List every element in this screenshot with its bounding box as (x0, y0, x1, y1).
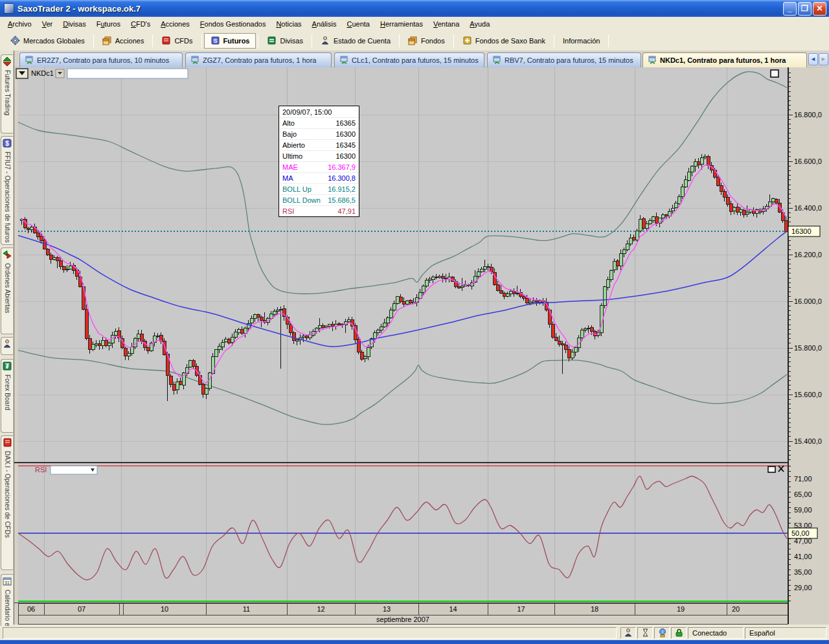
tab-rbv7[interactable]: RBV7, Contrato para futuros, 15 minutos (487, 52, 641, 67)
minimize-button[interactable]: _ (783, 2, 797, 16)
tooltip-datetime: 20/09/07, 15:00 (279, 106, 359, 117)
tooltip-row: Alto16365 (279, 117, 359, 128)
tab-nkdc1[interactable]: NKDc1, Contrato para futuros, 1 hora (642, 52, 807, 67)
toolbar-cfds[interactable]: CFDs (155, 33, 199, 49)
window-orange-icon (102, 36, 112, 47)
sidebar-tab-calendario-econo[interactable]: 31Calendario econó (1, 574, 14, 634)
app-icon (4, 3, 14, 14)
tooltip-value: 16345 (335, 141, 356, 149)
window-border (0, 640, 829, 644)
toolbar-label: Información (563, 37, 600, 45)
menu-noticias[interactable]: Noticias (271, 18, 306, 30)
toolbar-label: Estado de Cuenta (334, 37, 391, 45)
network-status[interactable] (654, 627, 670, 639)
toolbar-label: Divisas (280, 37, 302, 45)
network-icon (657, 628, 667, 639)
sidebar-tab-forex-board[interactable]: ₮Forex Board (1, 359, 14, 433)
toolbar-mercados-globales[interactable]: Mercados Globales (4, 33, 91, 49)
hourglass-icon (641, 628, 650, 639)
left-sidebar: Futures Trading$FFIU7 - Operaciones de f… (0, 51, 14, 625)
tooltip-value: 47,91 (337, 207, 356, 215)
svg-text:07: 07 (78, 605, 85, 613)
toolbar-divisas[interactable]: Divisas (260, 33, 309, 49)
restore-button[interactable]: ❐ (798, 2, 812, 16)
connection-status: Conectado (688, 627, 744, 639)
menu-futuros[interactable]: Futuros (91, 18, 126, 30)
tooltip-row: BOLL Up16.915,2 (279, 183, 359, 194)
menu-fondos-gestionados[interactable]: Fondos Gestionados (195, 18, 271, 30)
svg-text:20: 20 (732, 605, 740, 613)
main-toolbar: Mercados GlobalesAccionesCFDsSFuturosDiv… (0, 31, 829, 51)
tooltip-value: 16.300,8 (328, 174, 356, 182)
menu-divisas[interactable]: Divisas (58, 18, 91, 30)
menu-cuenta[interactable]: Cuenta (341, 18, 374, 30)
tooltip-label: BOLL Down (282, 196, 321, 204)
hourglass-status[interactable] (637, 627, 653, 639)
tooltip-value: 16365 (335, 119, 356, 127)
plus-gold-icon (462, 36, 472, 47)
tooltip-row: Bajo16300 (279, 128, 359, 139)
tab-scroll-right[interactable]: ► (819, 53, 828, 65)
toolbar-separator (312, 34, 312, 47)
status-main (3, 627, 617, 639)
menu-ayuda[interactable]: Ayuda (464, 18, 495, 30)
window-orange-icon (408, 36, 418, 47)
svg-text:59,00: 59,00 (794, 506, 812, 514)
tab-er2z7[interactable]: ER2Z7, Contrato para futuros, 10 minutos (19, 52, 183, 67)
triangles-icon (2, 56, 12, 68)
sidebar-tab-label: DAX.I - Operaciones de CFDs (4, 451, 11, 569)
sidebar-tab-icon[interactable] (1, 337, 14, 355)
lock-status[interactable] (671, 627, 687, 639)
menu-ver[interactable]: Ver (37, 18, 58, 30)
toolbar-label: Futuros (223, 37, 250, 45)
tooltip-value: 15.686,5 (328, 196, 356, 204)
tooltip-value: 16.915,2 (328, 185, 356, 193)
toolbar-acciones[interactable]: Acciones (96, 33, 151, 49)
svg-text:15.400,0: 15.400,0 (794, 437, 822, 445)
tab-scroll-left[interactable]: ◄ (808, 53, 818, 65)
menu-acciones[interactable]: Acciones (155, 18, 195, 30)
language-status: Español (745, 627, 826, 639)
menu-archivo[interactable]: Archivo (3, 18, 37, 30)
chart-window-icon (25, 56, 34, 65)
sidebar-tab-dax-i-operaciones-de-cfds[interactable]: DAX.I - Operaciones de CFDs (1, 435, 14, 570)
svg-text:35,00: 35,00 (794, 568, 812, 576)
toolbar-label: Fondos de Saxo Bank (475, 37, 545, 45)
menu-cfd-s[interactable]: CFD's (126, 18, 155, 30)
tab-zgz7[interactable]: ZGZ7, Contrato para futuros, 1 hora (185, 52, 332, 67)
toolbar-estado-de-cuenta[interactable]: Estado de Cuenta (314, 33, 397, 49)
toolbar-fondos[interactable]: Fondos (402, 33, 451, 49)
chart-window-icon (493, 56, 501, 65)
svg-text:15.600,0: 15.600,0 (794, 391, 822, 398)
tooltip-row: MA16.300,8 (279, 172, 359, 183)
svg-text:29,00: 29,00 (794, 584, 812, 592)
toolbar-fondos-de-saxo-bank[interactable]: Fondos de Saxo Bank (456, 33, 552, 49)
tab-clc1[interactable]: CLc1, Contrato para futuros, 15 minutos (334, 52, 484, 67)
menu-ventana[interactable]: Ventana (428, 18, 464, 30)
toolbar-futuros[interactable]: SFuturos (204, 33, 256, 49)
svg-text:16300: 16300 (791, 227, 812, 235)
lock-icon (674, 628, 684, 639)
toolbar-separator (93, 34, 94, 47)
sidebar-tab-label: FFIU7 - Operaciones de futuros (4, 152, 11, 244)
toolbar-separator (201, 34, 202, 47)
tab-label: ZGZ7, Contrato para futuros, 1 hora (203, 56, 316, 64)
forex-icon: ₮ (2, 361, 12, 373)
user-status[interactable] (620, 627, 636, 639)
status-bar: ConectadoEspañol (0, 626, 829, 640)
svg-text:12: 12 (317, 605, 324, 613)
gear-icon (10, 36, 20, 47)
toolbar-separator (152, 34, 153, 47)
menu-herramientas[interactable]: Herramientas (375, 18, 428, 30)
tooltip-label: MAE (282, 163, 298, 171)
close-button[interactable]: ✕ (813, 2, 826, 16)
tab-label: NKDc1, Contrato para futuros, 1 hora (660, 56, 786, 64)
sidebar-tab-ffiu7-operaciones-de-futuros[interactable]: $FFIU7 - Operaciones de futuros (1, 136, 14, 245)
toolbar-informacion[interactable]: Información (556, 33, 606, 49)
menu-analisis[interactable]: Análisis (307, 18, 342, 30)
price-chart[interactable]: RSINKDc10607101112131417181920septiembre… (14, 67, 829, 625)
sidebar-tab-futures-trading[interactable]: Futures Trading (1, 54, 14, 133)
bars-green-icon (267, 36, 277, 47)
person-icon (321, 36, 330, 47)
sidebar-tab-ordenes-abiertas[interactable]: Ordenes Abiertas (1, 247, 14, 334)
